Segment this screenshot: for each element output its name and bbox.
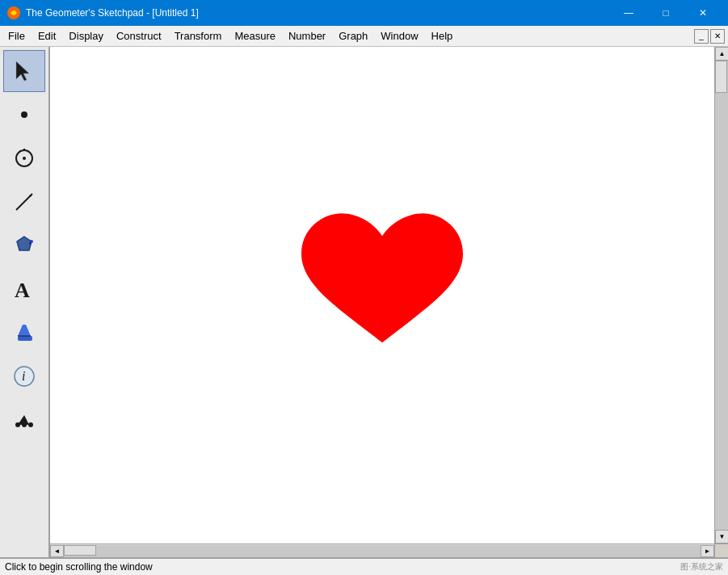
toolbar: A i: [0, 47, 50, 557]
svg-point-2: [21, 111, 27, 118]
app-icon: [6, 6, 21, 20]
segment-tool-button[interactable]: [3, 181, 45, 223]
menu-item-graph[interactable]: Graph: [332, 27, 374, 45]
v-scroll-thumb[interactable]: [715, 61, 727, 93]
svg-text:i: i: [22, 369, 25, 383]
svg-point-20: [15, 422, 20, 427]
menu-item-edit[interactable]: Edit: [32, 27, 62, 45]
svg-rect-12: [18, 336, 32, 341]
minimize-button[interactable]: —: [610, 0, 647, 26]
compass-tool-button[interactable]: [3, 137, 45, 179]
watermark: 图·系统之家: [680, 561, 723, 573]
title-controls: — □ ✕: [610, 0, 722, 26]
h-scroll-thumb[interactable]: [64, 545, 96, 556]
text-tool-button[interactable]: A: [3, 268, 45, 310]
menu-item-file[interactable]: File: [2, 27, 32, 45]
svg-point-4: [23, 157, 26, 160]
menu-item-number[interactable]: Number: [282, 27, 332, 45]
h-scroll-track[interactable]: [64, 545, 701, 557]
menu-item-measure[interactable]: Measure: [228, 27, 282, 45]
menu-item-window[interactable]: Window: [374, 27, 424, 45]
scroll-left-button[interactable]: ◄: [50, 545, 64, 557]
heart-shape: [293, 205, 471, 369]
menu-bar: FileEditDisplayConstructTransformMeasure…: [0, 26, 728, 47]
scroll-right-button[interactable]: ►: [701, 545, 714, 557]
point-tool-button[interactable]: [3, 94, 45, 136]
title-text: The Geometer's Sketchpad - [Untitled 1]: [26, 7, 199, 19]
status-message: Click to begin scrolling the window: [5, 561, 153, 573]
h-scrollbar-row: ◄ ►: [50, 544, 728, 557]
close-button[interactable]: ✕: [684, 0, 722, 26]
canvas-container[interactable]: [50, 47, 714, 544]
svg-marker-1: [16, 61, 29, 81]
status-bar: Click to begin scrolling the window 图·系统…: [0, 557, 728, 575]
marker-tool-button[interactable]: [3, 312, 45, 354]
menu-item-transform[interactable]: Transform: [168, 27, 229, 45]
scroll-down-button[interactable]: ▼: [715, 530, 728, 544]
title-bar: The Geometer's Sketchpad - [Untitled 1] …: [0, 0, 728, 26]
menu-item-help[interactable]: Help: [425, 27, 460, 45]
svg-text:A: A: [15, 279, 30, 302]
info-tool-button[interactable]: i: [3, 355, 45, 397]
vertical-scrollbar: ▲ ▼: [714, 47, 728, 544]
title-left: The Geometer's Sketchpad - [Untitled 1]: [6, 6, 199, 20]
canvas-and-scrollbar: ▲ ▼ ◄ ►: [50, 47, 728, 557]
svg-marker-13: [18, 325, 31, 336]
scroll-up-button[interactable]: ▲: [715, 47, 728, 61]
scrollbar-corner: [714, 544, 728, 557]
menu-right: _ ✕: [694, 29, 726, 44]
main-area: A i: [0, 47, 728, 557]
custom-tool-button[interactable]: [3, 399, 45, 441]
maximize-button[interactable]: □: [647, 0, 684, 26]
canvas-area: [50, 47, 714, 544]
v-scroll-track[interactable]: [715, 61, 728, 530]
canvas-and-vscroll: ▲ ▼: [50, 47, 728, 544]
menu-item-construct[interactable]: Construct: [110, 27, 168, 45]
menu-item-display[interactable]: Display: [62, 27, 110, 45]
window-close-button[interactable]: ✕: [710, 29, 725, 44]
polygon-tool-button[interactable]: [3, 225, 45, 267]
selection-tool-button[interactable]: [3, 50, 45, 92]
window-restore-button[interactable]: _: [694, 29, 709, 44]
horizontal-scrollbar: ◄ ►: [50, 544, 714, 557]
svg-point-18: [28, 422, 33, 427]
svg-point-19: [22, 422, 27, 427]
menu-items: FileEditDisplayConstructTransformMeasure…: [2, 27, 459, 45]
